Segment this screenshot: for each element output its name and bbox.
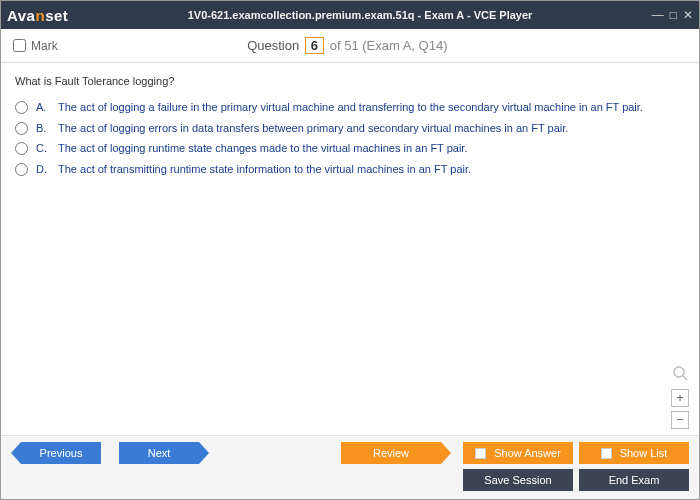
option-a-radio[interactable]: [15, 101, 28, 114]
zoom-out-button[interactable]: −: [671, 411, 689, 429]
option-a[interactable]: A. The act of logging a failure in the p…: [15, 97, 685, 118]
footer: Previous Next Review Show Answer Show Li…: [1, 435, 699, 499]
question-word: Question: [247, 38, 299, 53]
show-answer-check-icon: [475, 448, 486, 459]
question-counter: Question 6 of 51 (Exam A, Q14): [58, 37, 637, 54]
nav-group: Previous Next: [21, 442, 199, 464]
save-session-button[interactable]: Save Session: [463, 469, 573, 491]
question-text: What is Fault Tolerance logging?: [15, 75, 685, 87]
show-list-button[interactable]: Show List: [579, 442, 689, 464]
mark-checkbox[interactable]: [13, 39, 26, 52]
search-icon[interactable]: [672, 365, 688, 381]
next-button[interactable]: Next: [119, 442, 199, 464]
maximize-icon[interactable]: □: [670, 8, 677, 22]
svg-line-1: [683, 376, 687, 380]
option-d-radio[interactable]: [15, 163, 28, 176]
end-exam-button[interactable]: End Exam: [579, 469, 689, 491]
show-list-label: Show List: [620, 447, 668, 459]
zoom-in-button[interactable]: +: [671, 389, 689, 407]
titlebar: Avanset 1V0-621.examcollection.premium.e…: [1, 1, 699, 29]
window-controls: — □ ✕: [652, 8, 693, 22]
mark-checkbox-wrap[interactable]: Mark: [13, 39, 58, 53]
previous-button[interactable]: Previous: [21, 442, 101, 464]
window-title: 1V0-621.examcollection.premium.exam.51q …: [68, 9, 651, 21]
logo-post: set: [45, 7, 68, 24]
option-b-radio[interactable]: [15, 122, 28, 135]
question-of-text: of 51 (Exam A, Q14): [330, 38, 448, 53]
footer-row-1: Previous Next Review Show Answer Show Li…: [11, 442, 689, 464]
option-d-text: The act of transmitting runtime state in…: [58, 161, 471, 178]
logo-accent: n: [35, 7, 45, 24]
show-list-check-icon: [601, 448, 612, 459]
option-a-text: The act of logging a failure in the prim…: [58, 99, 643, 116]
mark-label: Mark: [31, 39, 58, 53]
svg-point-0: [674, 367, 684, 377]
option-d[interactable]: D. The act of transmitting runtime state…: [15, 159, 685, 180]
option-d-label: D.: [36, 161, 50, 178]
minimize-icon[interactable]: —: [652, 8, 664, 22]
option-b[interactable]: B. The act of logging errors in data tra…: [15, 118, 685, 139]
option-b-text: The act of logging errors in data transf…: [58, 120, 568, 137]
option-c-label: C.: [36, 140, 50, 157]
show-answer-label: Show Answer: [494, 447, 561, 459]
show-answer-button[interactable]: Show Answer: [463, 442, 573, 464]
close-icon[interactable]: ✕: [683, 8, 693, 22]
logo: Avanset: [7, 7, 68, 24]
option-b-label: B.: [36, 120, 50, 137]
content-area: What is Fault Tolerance logging? A. The …: [1, 63, 699, 435]
option-c-text: The act of logging runtime state changes…: [58, 140, 467, 157]
question-header: Mark Question 6 of 51 (Exam A, Q14): [1, 29, 699, 63]
review-button[interactable]: Review: [341, 442, 441, 464]
question-number: 6: [305, 37, 324, 54]
option-c[interactable]: C. The act of logging runtime state chan…: [15, 138, 685, 159]
zoom-controls: + −: [671, 365, 689, 429]
option-c-radio[interactable]: [15, 142, 28, 155]
app-window: Avanset 1V0-621.examcollection.premium.e…: [0, 0, 700, 500]
logo-pre: Ava: [7, 7, 35, 24]
option-a-label: A.: [36, 99, 50, 116]
footer-row-2: Save Session End Exam: [11, 469, 689, 491]
